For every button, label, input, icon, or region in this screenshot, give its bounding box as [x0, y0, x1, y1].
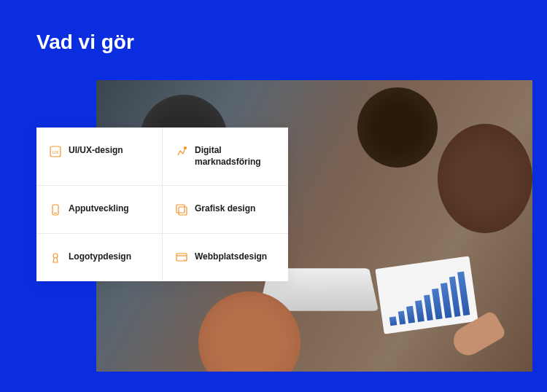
service-digital[interactable]: Digital marknadsföring — [163, 128, 288, 185]
services-row: Logotypdesign Webbplatsdesign — [36, 234, 288, 281]
services-card: UX UI/UX-design Digital marknadsföring A… — [36, 128, 288, 281]
logo-icon — [50, 252, 61, 264]
svg-rect-5 — [176, 205, 185, 213]
svg-rect-6 — [179, 207, 187, 215]
services-row: Apputveckling Grafisk design — [36, 186, 288, 234]
service-label: Digital marknadsföring — [195, 145, 275, 168]
service-web[interactable]: Webbplatsdesign — [163, 234, 288, 281]
service-label: Grafisk design — [195, 203, 255, 215]
services-row: UX UI/UX-design Digital marknadsföring — [36, 128, 288, 186]
section-title: Vad vi gör — [36, 31, 134, 54]
svg-point-7 — [53, 254, 58, 258]
graphic-icon — [176, 204, 187, 216]
service-label: Logotypdesign — [69, 251, 131, 263]
svg-text:UX: UX — [53, 150, 58, 154]
digital-icon — [176, 146, 187, 157]
service-label: Apputveckling — [69, 203, 129, 215]
svg-point-2 — [185, 147, 187, 149]
service-label: UI/UX-design — [69, 145, 123, 157]
uiux-icon: UX — [50, 146, 61, 157]
svg-rect-8 — [176, 254, 187, 261]
service-graphic[interactable]: Grafisk design — [163, 186, 288, 233]
service-app[interactable]: Apputveckling — [36, 186, 163, 233]
service-logo[interactable]: Logotypdesign — [36, 234, 163, 281]
service-label: Webbplatsdesign — [195, 251, 267, 263]
app-icon — [50, 204, 61, 216]
service-uiux[interactable]: UX UI/UX-design — [36, 128, 163, 185]
web-icon — [176, 252, 187, 264]
